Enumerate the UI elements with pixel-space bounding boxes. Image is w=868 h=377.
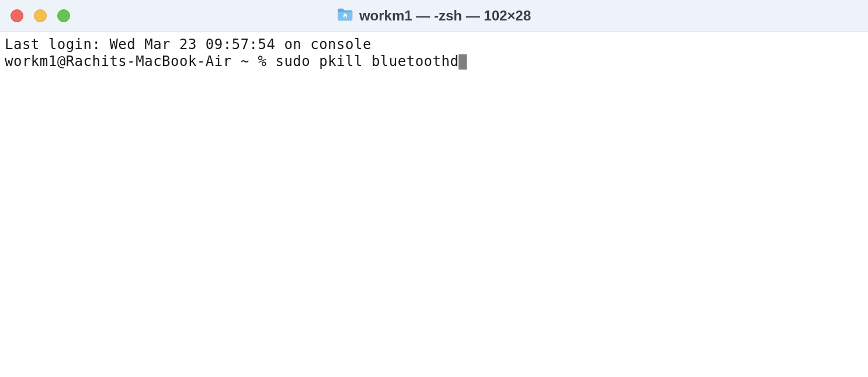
traffic-lights	[0, 9, 70, 22]
terminal-content-area[interactable]: Last login: Wed Mar 23 09:57:54 on conso…	[0, 32, 868, 377]
window-title: workm1 — -zsh — 102×28	[359, 8, 531, 24]
prompt-line: workm1@Rachits-MacBook-Air ~ % sudo pkil…	[5, 53, 863, 70]
maximize-window-button[interactable]	[57, 9, 70, 22]
terminal-cursor	[459, 54, 467, 70]
shell-prompt: workm1@Rachits-MacBook-Air ~ %	[5, 53, 275, 70]
title-center: workm1 — -zsh — 102×28	[337, 8, 531, 24]
minimize-window-button[interactable]	[34, 9, 47, 22]
close-window-button[interactable]	[11, 9, 23, 22]
home-folder-icon	[337, 8, 353, 24]
window-title-bar: workm1 — -zsh — 102×28	[0, 0, 868, 32]
last-login-line: Last login: Wed Mar 23 09:57:54 on conso…	[5, 36, 863, 53]
typed-command: sudo pkill bluetoothd	[275, 53, 459, 70]
